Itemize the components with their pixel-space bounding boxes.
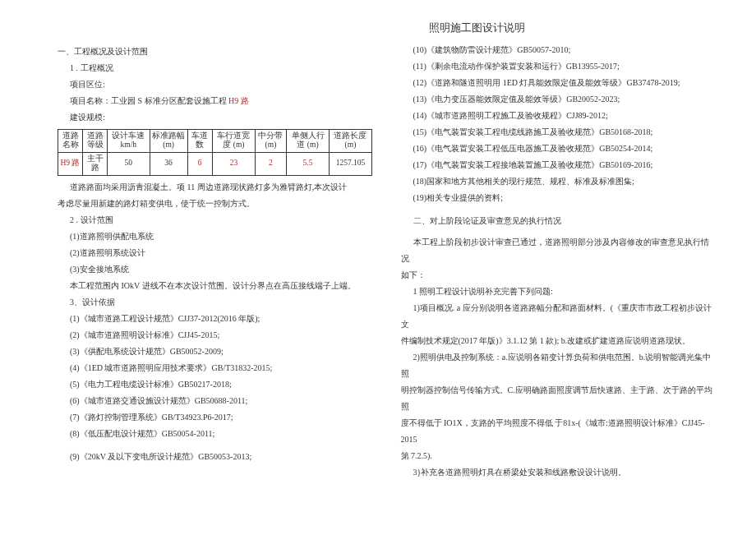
project-name: 项目名称：工业园 S 标准分区配套设施工程 H9 路 (58, 93, 372, 109)
td-sidewalk: 5.5 (286, 152, 330, 175)
ref-13: (13)《电力变压器能效限定值及能效等级》GB20052-2023; (401, 91, 716, 108)
ref-8: (8)《低压配电设计规范》GB50054-2011; (58, 426, 372, 442)
ref-2: (2)《城市道路照明设计标准》CJJ45-2015; (58, 327, 372, 344)
right-column: (10)《建筑物防雷设计规范》GB50057-2010; (11)《剩余电流动作… (401, 42, 716, 481)
subsection-1-1: 1 . 工程概况 (58, 60, 372, 76)
issue-2a: 2)照明供电及控制系统：a.应说明各箱变计算负荷和供电范围。b.说明智能调光集中… (401, 349, 716, 382)
th-lane-count: 车道数 (187, 130, 212, 153)
ref-4: (4)《1ED 城市道路照明应用技术要求》GB/T31832-2015; (58, 360, 372, 376)
road-code: H9 路 (228, 96, 249, 105)
th-road-length: 道路长度(m) (330, 130, 371, 153)
ref-1: (1)《城市道路工程设计规范》CJJ37-2012(2016 年版); (58, 311, 372, 327)
ref-17: (17)《电气装置安装工程接地装置施工及验收规范》GB50169-2016; (401, 157, 716, 173)
issue-2d: 第 7.2.5). (401, 448, 716, 464)
ref-14: (14)《城市道路照明工程施工及验收规程》CJJ89-2012; (401, 108, 716, 124)
th-road-name: 道路名称 (58, 130, 83, 153)
issue-1b: 件编制技术规定(2017 年版)》3.1.12 第 1 款); b.改建或扩建道… (401, 333, 716, 349)
issue-1a: 1)项目概况. a 应分别说明各道路路幅分配和路面材料。(《重庆市市政工程初步设… (401, 300, 716, 333)
two-column-layout: 一、工程概况及设计范围 1 . 工程概况 项目区位: 项目名称：工业园 S 标准… (58, 42, 715, 481)
scope-item-2: (2)道路照明系统设计 (58, 245, 372, 261)
td-lane-count: 6 (187, 152, 212, 175)
table-header-row: 道路名称 道路等级 设计车速 km/h 标准路幅 (m) 车道数 车行道宽度 (… (58, 130, 372, 153)
scope-item-1: (1)道路照明供配电系统 (58, 228, 372, 245)
td-std-width: 36 (150, 152, 187, 175)
subsection-1-2: 2 . 设计范围 (58, 212, 372, 228)
subsection-1-3: 3、设计依据 (58, 294, 372, 311)
review-status-b: 如下： (401, 267, 716, 284)
doc-title: 照明施工图设计说明 (58, 21, 715, 35)
th-design-speed: 设计车速 km/h (108, 130, 150, 153)
td-design-speed: 50 (108, 152, 150, 175)
ref-5: (5)《电力工程电缆设计标准》GB50217-2018; (58, 376, 372, 393)
ref-19: (19)相关专业提供的资料; (401, 190, 716, 206)
project-name-text: 项目名称：工业园 S 标准分区配套设施工程 (70, 96, 228, 105)
ref-18: (18)国家和地方其他相关的现行规范、规程、标准及标准图集; (401, 173, 716, 190)
review-status-a: 本工程上阶段初步设计审查已通过，道路照明部分涉及内容修改的审查意见执行情况 (401, 234, 716, 267)
th-road-grade: 道路等级 (83, 130, 108, 153)
th-sidewalk: 单侧人行道 (m) (286, 130, 330, 153)
ref-11: (11)《剩余电流动作保护装置安装和运行》GB13955-2017; (401, 58, 716, 75)
ref-12: (12)《道路和隧道照明用 1ED 灯具能效限定值及能效等级》GB37478-2… (401, 75, 716, 91)
table-row: H9 路 主干路 50 36 6 23 2 5.5 1257.105 (58, 152, 372, 175)
issue-2b: 明控制器控制信号传输方式。C.应明确路面照度调节后快速路、主于路、次于路的平均照 (401, 382, 716, 415)
ref-7: (7)《路灯控制管理系统》GB/T34923.P6-2017; (58, 409, 372, 426)
section-2-heading: 二、对上阶段论证及审查意见的执行情况 (401, 213, 716, 229)
left-column: 一、工程概况及设计范围 1 . 工程概况 项目区位: 项目名称：工业园 S 标准… (58, 42, 372, 481)
td-road-grade: 主干路 (83, 152, 108, 175)
scope-item-3: (3)安全接地系统 (58, 261, 372, 278)
construction-scale-label: 建设规模: (58, 109, 372, 126)
ref-16: (16)《电气装置安装工程低压电器施工及验收规范》GB50254-2014; (401, 141, 716, 157)
ref-3: (3)《供配电系统设计规范》GB50052-2009; (58, 344, 372, 360)
td-road-length: 1257.105 (330, 152, 371, 175)
scope-exclusion: 本工程范围内 IOkV 进线不在本次设计范围。设计分界点在高压接线端子上端。 (58, 278, 372, 294)
td-median: 2 (256, 152, 286, 175)
ref-6: (6)《城市道路交通设施设计规范》GB50688-2011; (58, 393, 372, 409)
pavement-note: 道路路面均采用沥青混凝土。项 11 周边道路现状路灯多为雅臂路灯,本次设计 (58, 179, 372, 196)
issue-heading: 1 照明工程设计说明补充完善下列问题: (401, 284, 716, 300)
td-road-name: H9 路 (58, 152, 83, 175)
ref-10: (10)《建筑物防雷设计规范》GB50057-2010; (401, 42, 716, 58)
issue-2c: 度不得低于 IO1X，支路的平均照度不得低 于81x-(《城市:道路照明设计标准… (401, 415, 716, 448)
th-std-width: 标准路幅 (m) (150, 130, 187, 153)
ref-9: (9)《20kV 及以下变电所设计规范》GB50053-2013; (58, 449, 372, 465)
road-spec-table: 道路名称 道路等级 设计车速 km/h 标准路幅 (m) 车道数 车行道宽度 (… (58, 129, 372, 176)
td-roadway-width: 23 (212, 152, 256, 175)
th-median: 中分带(m) (256, 130, 286, 153)
th-roadway-width: 车行道宽度 (m) (212, 130, 256, 153)
section-1-heading: 一、工程概况及设计范围 (58, 44, 372, 60)
issue-3: 3}补充各道路照明灯具在桥梁处安装和线路敷设设计说明。 (401, 464, 716, 481)
project-location: 项目区位: (58, 76, 372, 93)
ref-15: (15)《电气装置安装工程电缆线路施工及验收规范》GB50168-2018; (401, 124, 716, 141)
power-supply-note: 考虑尽量用新建的路灯箱变供电，使于统一控制方式。 (58, 196, 372, 212)
